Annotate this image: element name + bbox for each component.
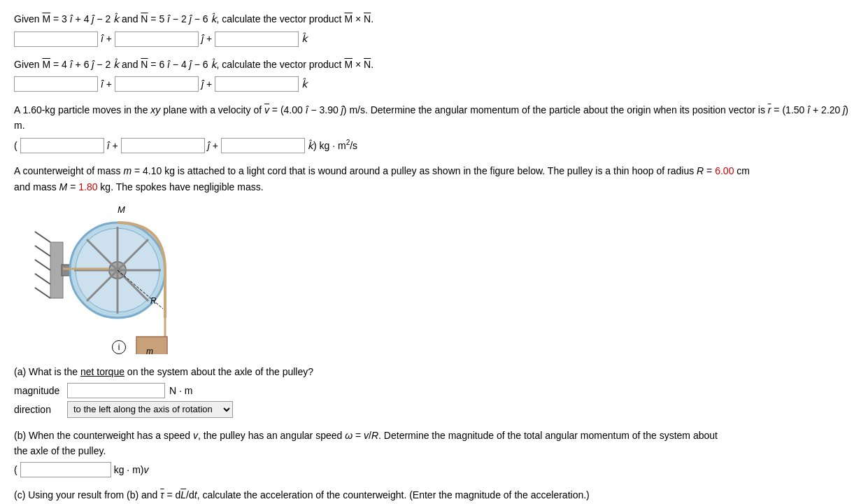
part-b-answer-row: ( kg · m)v — [14, 462, 854, 477]
problem2-answer-row: î + ĵ + k̂ — [14, 76, 854, 92]
problem1-answer-row: î + ĵ + k̂ — [14, 31, 854, 46]
part-a-question: (a) What is the net torque on the system… — [14, 364, 854, 418]
p3-j-input[interactable] — [121, 138, 205, 153]
svg-line-2 — [35, 232, 50, 242]
svg-text:M: M — [118, 204, 125, 215]
problem1-text: Given M = 3 î + 4 ĵ − 2 k̂ and N = 5 î −… — [14, 11, 854, 27]
p2-k-label: k̂ — [301, 76, 307, 92]
problem4-text: A counterweight of mass m = 4.10 kg is a… — [14, 163, 854, 195]
p3-k-input[interactable] — [221, 138, 305, 153]
problem3-answer-row: ( î + ĵ + k̂) kg · m2/s — [14, 137, 854, 153]
part-c-text: (c) Using your result from (b) and τ = d… — [14, 487, 854, 503]
info-icon[interactable]: i — [112, 340, 126, 354]
problem1-section: Given M = 3 î + 4 ĵ − 2 k̂ and N = 5 î −… — [14, 11, 854, 47]
p1-k-input[interactable] — [215, 31, 299, 47]
problem2-section: Given M = 4 î + 6 ĵ − 2 k̂ and N = 6 î −… — [14, 57, 854, 92]
p1-M-vec: M — [42, 13, 50, 24]
problem3-section: A 1.60-kg particle moves in the xy plane… — [14, 102, 854, 154]
svg-line-4 — [35, 260, 50, 270]
part-b-text: (b) When the counterweight has a speed v… — [14, 428, 854, 459]
svg-line-3 — [35, 246, 50, 256]
magnitude-units: N · m — [169, 383, 192, 398]
p2-j-label: ĵ + — [201, 76, 212, 92]
part-a-magnitude-row: magnitude N · m — [14, 383, 854, 398]
part-a-magnitude-input[interactable] — [67, 383, 165, 398]
problem4-section: A counterweight of mass m = 4.10 kg is a… — [14, 163, 854, 504]
svg-line-5 — [35, 274, 50, 284]
p1-i-input[interactable] — [14, 31, 98, 47]
p3-i-input[interactable] — [20, 138, 104, 153]
svg-text:R: R — [150, 296, 157, 306]
problem2-text: Given M = 4 î + 6 ĵ − 2 k̂ and N = 6 î −… — [14, 57, 854, 72]
p2-k-input[interactable] — [215, 76, 299, 92]
direction-label: direction — [14, 402, 63, 417]
direction-select[interactable]: to the left along the axis of rotation t… — [67, 401, 233, 418]
problem3-text: A 1.60-kg particle moves in the xy plane… — [14, 102, 854, 134]
part-a-direction-row: direction to the left along the axis of … — [14, 401, 854, 418]
part-a-text: (a) What is the net torque on the system… — [14, 364, 854, 379]
p2-i-label: î + — [101, 76, 112, 92]
p1-j-input[interactable] — [115, 31, 199, 47]
svg-line-6 — [35, 288, 50, 298]
p3-k-label: k̂) kg · m2/s — [308, 137, 357, 153]
svg-text:m: m — [146, 346, 153, 354]
part-b-question: (b) When the counterweight has a speed v… — [14, 428, 854, 477]
p1-i-label: î + — [101, 31, 112, 46]
pulley-figure: M — [14, 200, 210, 354]
magnitude-label: magnitude — [14, 383, 63, 398]
svg-rect-1 — [50, 242, 63, 298]
part-b-units: kg · m)v — [114, 462, 149, 477]
part-c-question: (c) Using your result from (b) and τ = d… — [14, 487, 854, 504]
p1-k-label: k̂ — [301, 31, 307, 46]
p3-open-paren: ( — [14, 138, 17, 153]
p2-j-input[interactable] — [115, 76, 199, 92]
p3-i-label: î + — [107, 138, 118, 153]
p2-i-input[interactable] — [14, 76, 98, 92]
p3-j-label: ĵ + — [208, 138, 218, 153]
part-b-open-paren: ( — [14, 462, 17, 477]
p1-j-label: ĵ + — [201, 31, 212, 46]
part-b-input[interactable] — [20, 462, 111, 477]
